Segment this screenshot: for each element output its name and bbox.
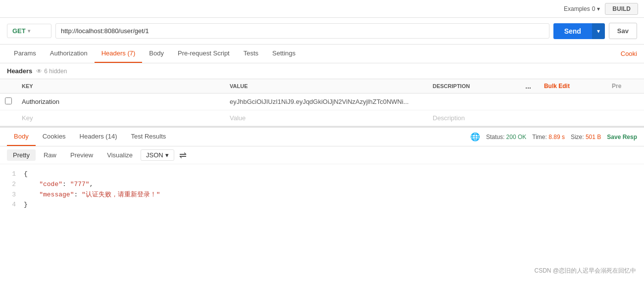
tab-headers[interactable]: Headers (7) (95, 45, 143, 63)
line-num-2: 2 (7, 180, 16, 190)
placeholder-description: Description (433, 114, 465, 122)
examples-count: 0 (592, 5, 595, 12)
build-button[interactable]: BUILD (605, 3, 638, 15)
placeholder-value-cell[interactable]: Value (225, 110, 428, 126)
top-bar-right: Examples 0 ▾ BUILD (564, 3, 638, 15)
time-value: 8.89 s (548, 134, 565, 140)
headers-table: KEY VALUE DESCRIPTION ... Bulk Edit Pre … (0, 79, 644, 126)
fmt-tab-preview[interactable]: Preview (64, 149, 99, 161)
request-tabs: Params Authorization Headers (7) Body Pr… (0, 45, 644, 63)
fmt-tab-raw[interactable]: Raw (38, 149, 62, 161)
code-line-4: 4 } (7, 200, 637, 210)
col-checkbox-header (0, 79, 17, 94)
line-num-4: 4 (7, 200, 16, 210)
code-line-2: 2 "code": "777", (7, 180, 637, 190)
tab-pre-request-script[interactable]: Pre-request Script (171, 45, 237, 63)
placeholder-value: Value (230, 114, 246, 122)
placeholder-pre-cell (607, 110, 644, 126)
send-dropdown-button[interactable]: ▾ (592, 23, 605, 39)
row-checkbox[interactable] (5, 97, 12, 104)
hidden-badge: 👁 6 hidden (36, 68, 67, 75)
line-num-3: 3 (7, 190, 16, 200)
value-text: eyJhbGciOiJIUzI1NiJ9.eyJqdGkiOiJjN2ViNzA… (230, 98, 418, 105)
line-num-1: 1 (7, 169, 16, 180)
fmt-tab-visualize[interactable]: Visualize (101, 149, 139, 161)
code-content-3: "message": "认证失败，请重新登录！" (24, 190, 160, 200)
actions-cell (517, 94, 539, 110)
resp-tab-headers[interactable]: Headers (14) (73, 128, 124, 146)
url-bar: GET ▾ Send ▾ Sav (0, 18, 644, 45)
top-bar: Examples 0 ▾ BUILD (0, 0, 644, 18)
json-format-chevron: ▾ (165, 151, 169, 159)
description-cell[interactable] (428, 94, 517, 110)
method-select[interactable]: GET ▾ (7, 24, 51, 38)
response-tabs: Body Cookies Headers (14) Test Results 🌐… (0, 128, 644, 146)
resp-tab-body[interactable]: Body (7, 128, 36, 146)
send-button-group: Send ▾ (553, 23, 605, 39)
col-bulk-edit-header[interactable]: Bulk Edit (539, 79, 607, 94)
wrap-button[interactable]: ⇌ (179, 150, 187, 161)
code-content-1: { (24, 169, 28, 180)
placeholder-bulk-cell (539, 110, 607, 126)
table-row: Authorization eyJhbGciOiJIUzI1NiJ9.eyJqd… (0, 94, 644, 110)
resp-headers-label: Headers (14) (80, 133, 117, 140)
col-actions-header: ... (517, 79, 539, 94)
tab-params[interactable]: Params (7, 45, 43, 63)
code-content-4: } (24, 200, 28, 210)
globe-icon: 🌐 (470, 132, 480, 141)
status-label: Status: (486, 134, 504, 140)
resp-tab-test-results[interactable]: Test Results (124, 128, 173, 146)
tab-settings[interactable]: Settings (265, 45, 302, 63)
cookies-link[interactable]: Cooki (621, 45, 637, 62)
key-cell[interactable]: Authorization (17, 94, 225, 110)
time-container: Time: 8.89 s (532, 134, 565, 140)
response-meta: 🌐 Status: 200 OK Time: 8.89 s Size: 501 … (470, 132, 637, 141)
code-content-2: "code": "777", (24, 180, 93, 190)
headers-section-label: Headers 👁 6 hidden (0, 63, 644, 79)
pre-cell (607, 94, 644, 110)
examples-button[interactable]: Examples 0 ▾ (564, 5, 600, 12)
size-label: Size: (571, 134, 584, 140)
tab-authorization[interactable]: Authorization (43, 45, 95, 63)
json-format-select[interactable]: JSON ▾ (141, 149, 174, 161)
examples-label: Examples (564, 5, 590, 12)
placeholder-key: Key (22, 114, 33, 122)
method-label: GET (12, 27, 26, 35)
code-line-1: 1 { (7, 169, 637, 180)
method-chevron: ▾ (28, 28, 30, 34)
fmt-tab-pretty[interactable]: Pretty (7, 149, 36, 161)
col-key-header: KEY (17, 79, 225, 94)
status-value: 200 OK (506, 134, 527, 140)
placeholder-description-cell[interactable]: Description (428, 110, 517, 126)
placeholder-key-cell[interactable]: Key (17, 110, 225, 126)
eye-icon: 👁 (36, 68, 42, 75)
placeholder-row: Key Value Description (0, 110, 644, 126)
col-value-header: VALUE (225, 79, 428, 94)
headers-label-text: Headers (7, 67, 32, 75)
json-format-label: JSON (146, 151, 163, 159)
size-container: Size: 501 B (571, 134, 601, 140)
row-checkbox-cell[interactable] (0, 94, 17, 110)
tab-tests[interactable]: Tests (237, 45, 265, 63)
resp-tab-cookies[interactable]: Cookies (36, 128, 73, 146)
bulk-cell (539, 94, 607, 110)
time-label: Time: (532, 134, 547, 140)
ellipsis-button[interactable]: ... (522, 81, 534, 91)
save-button[interactable]: Sav (609, 23, 637, 39)
placeholder-checkbox-cell (0, 110, 17, 126)
examples-chevron: ▾ (597, 5, 600, 12)
tab-body[interactable]: Body (142, 45, 171, 63)
url-input[interactable] (55, 23, 549, 39)
response-section: Body Cookies Headers (14) Test Results 🌐… (0, 126, 644, 215)
col-description-header: DESCRIPTION (428, 79, 517, 94)
hidden-count: 6 hidden (44, 68, 67, 75)
status-container: Status: 200 OK (486, 134, 526, 140)
send-button[interactable]: Send (553, 23, 592, 39)
col-pre-header[interactable]: Pre (607, 79, 644, 94)
format-tabs: Pretty Raw Preview Visualize JSON ▾ ⇌ (0, 146, 644, 164)
code-line-3: 3 "message": "认证失败，请重新登录！" (7, 190, 637, 200)
save-response-button[interactable]: Save Resp (607, 134, 637, 140)
code-area: 1 { 2 "code": "777", 3 "message": "认证失败，… (0, 164, 644, 215)
value-cell[interactable]: eyJhbGciOiJIUzI1NiJ9.eyJqdGkiOiJjN2ViNzA… (225, 94, 428, 110)
placeholder-actions-cell (517, 110, 539, 126)
